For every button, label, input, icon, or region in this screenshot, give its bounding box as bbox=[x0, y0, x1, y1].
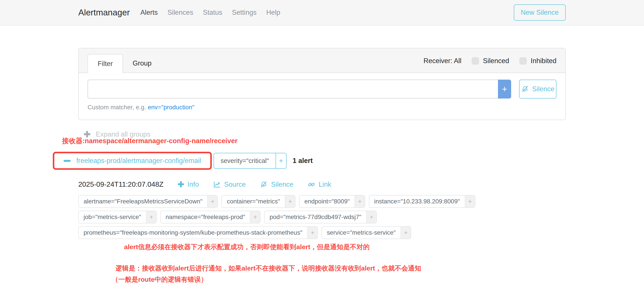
inhibited-checkbox[interactable] bbox=[519, 57, 527, 65]
nav-link-settings[interactable]: Settings bbox=[232, 8, 256, 16]
label-add-button[interactable]: + bbox=[366, 211, 376, 223]
plus-icon: ✚ bbox=[178, 180, 184, 188]
custom-matcher-hint: Custom matcher, e.g. env="production" bbox=[88, 104, 556, 111]
link-icon bbox=[308, 180, 316, 188]
alert-labels: alertname="FreeleapsMetricsServiceDown" … bbox=[78, 195, 566, 239]
alert-silence-link[interactable]: Silence bbox=[260, 180, 294, 188]
add-matcher-button[interactable]: + bbox=[498, 80, 511, 98]
silenced-checkbox[interactable] bbox=[472, 57, 479, 65]
filter-card-header: Filter Group Receiver: All Silenced Inhi… bbox=[79, 48, 565, 73]
label-add-button[interactable]: + bbox=[400, 227, 411, 238]
nav-link-silences[interactable]: Silences bbox=[168, 8, 193, 16]
silence-button-label: Silence bbox=[532, 85, 554, 93]
filter-card-body: + Silence Custom matcher, e.g. env="prod… bbox=[79, 73, 565, 120]
label-pod: pod="metrics-77d9cdb497-wdsj7" + bbox=[264, 211, 377, 224]
matcher-input[interactable] bbox=[88, 80, 498, 98]
alert-item: 2025-09-24T11:20:07.048Z ✚ Info Source bbox=[78, 180, 566, 284]
tab-filter[interactable]: Filter bbox=[88, 54, 123, 73]
navbar: Alertmanager Alerts Silences Status Sett… bbox=[0, 0, 644, 26]
app-brand[interactable]: Alertmanager bbox=[78, 8, 130, 17]
group-filter-chip: severity="critical" + bbox=[214, 153, 286, 169]
group-filter-label[interactable]: severity="critical" bbox=[214, 153, 276, 169]
label-add-button[interactable]: + bbox=[146, 211, 156, 223]
matcher-example-link[interactable]: env="production" bbox=[148, 104, 194, 110]
alert-link-link[interactable]: Link bbox=[308, 180, 331, 188]
red-highlight-box: freeleaps-prod/alertmanager-config/email bbox=[53, 152, 212, 170]
label-instance: instance="10.233.98.209:8009" + bbox=[369, 195, 475, 208]
group-filter-add-button[interactable]: + bbox=[276, 153, 286, 169]
label-job: job="metrics-service" + bbox=[78, 211, 156, 224]
receiver-group-label: freeleaps-prod/alertmanager-config/email bbox=[76, 157, 201, 165]
tab-group[interactable]: Group bbox=[123, 54, 161, 72]
receiver-group-button[interactable]: freeleaps-prod/alertmanager-config/email bbox=[55, 154, 210, 167]
label-add-button[interactable]: + bbox=[465, 196, 475, 208]
label-add-button[interactable]: + bbox=[285, 196, 295, 208]
nav-link-status[interactable]: Status bbox=[203, 8, 222, 16]
receiver-annotation-text: 接收器:namespace/altermanager-config-name/r… bbox=[62, 136, 238, 146]
note-logic-explanation: 逻辑是：接收器收到alert后进行通知，如果alert不在接收器下，说明接收器没… bbox=[116, 264, 566, 273]
silence-from-filter-button[interactable]: Silence bbox=[519, 80, 556, 98]
label-add-button[interactable]: + bbox=[207, 196, 217, 208]
new-silence-button[interactable]: New Silence bbox=[514, 4, 566, 21]
minus-icon bbox=[64, 160, 70, 162]
receiver-dropdown[interactable]: Receiver: All bbox=[424, 57, 462, 65]
inhibited-checkbox-label: Inhibited bbox=[531, 57, 556, 65]
label-endpoint: endpoint="8009" + bbox=[299, 195, 365, 208]
chart-icon bbox=[213, 180, 221, 188]
label-add-button[interactable]: + bbox=[307, 227, 318, 238]
bell-slash-icon bbox=[521, 85, 529, 93]
alert-count: 1 alert bbox=[293, 157, 313, 165]
note-route-error: （一般是route中的逻辑有错误） bbox=[112, 275, 566, 284]
nav-link-help[interactable]: Help bbox=[266, 8, 280, 16]
alert-timestamp: 2025-09-24T11:20:07.048Z bbox=[78, 180, 164, 188]
filter-card: Filter Group Receiver: All Silenced Inhi… bbox=[78, 48, 566, 120]
groups-section: ✚ Expand all groups 接收器:namespace/alterm… bbox=[78, 130, 566, 170]
note-config-success: alert信息必须在接收器下才表示配置成功，否则即使能看到alert，但是通知是… bbox=[124, 242, 566, 252]
alert-source-link[interactable]: Source bbox=[213, 180, 246, 188]
label-namespace: namespace="freeleaps-prod" + bbox=[160, 211, 261, 224]
label-alertname: alertname="FreeleapsMetricsServiceDown" … bbox=[78, 195, 218, 208]
label-add-button[interactable]: + bbox=[250, 211, 260, 223]
label-prometheus: prometheus="freeleaps-monitoring-system/… bbox=[78, 226, 318, 239]
filter-tabs: Filter Group bbox=[88, 54, 161, 72]
alert-info-link[interactable]: ✚ Info bbox=[178, 180, 199, 188]
label-container: container="metrics" + bbox=[222, 195, 296, 208]
silenced-checkbox-label: Silenced bbox=[483, 57, 509, 65]
label-service: service="metrics-service" + bbox=[322, 226, 411, 239]
bell-slash-icon bbox=[260, 180, 268, 188]
label-add-button[interactable]: + bbox=[354, 196, 365, 208]
nav-link-alerts[interactable]: Alerts bbox=[140, 8, 158, 16]
